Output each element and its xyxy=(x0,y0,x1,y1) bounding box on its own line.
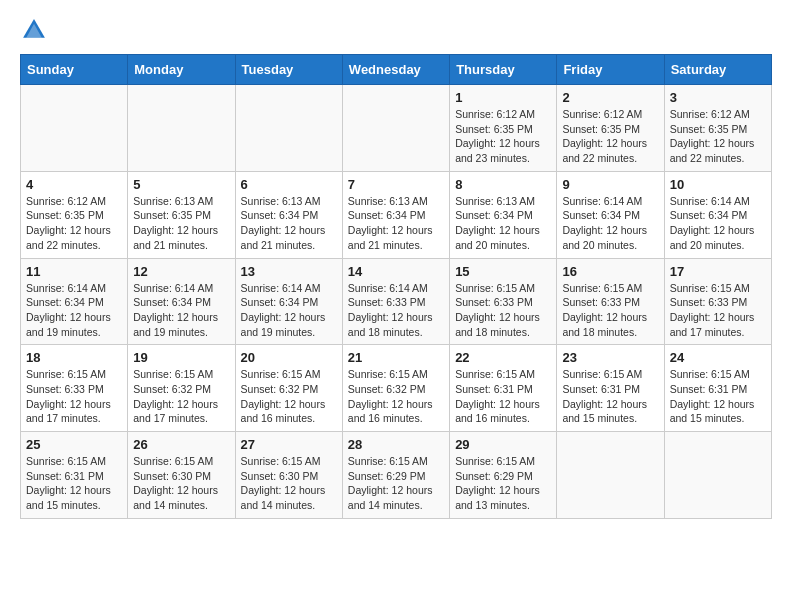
day-number: 25 xyxy=(26,437,122,452)
calendar-cell: 20Sunrise: 6:15 AM Sunset: 6:32 PM Dayli… xyxy=(235,345,342,432)
calendar-cell xyxy=(557,432,664,519)
calendar-cell xyxy=(21,85,128,172)
day-info: Sunrise: 6:15 AM Sunset: 6:31 PM Dayligh… xyxy=(670,367,766,426)
day-number: 11 xyxy=(26,264,122,279)
calendar-day-header: Thursday xyxy=(450,55,557,85)
calendar-cell: 16Sunrise: 6:15 AM Sunset: 6:33 PM Dayli… xyxy=(557,258,664,345)
calendar-cell: 3Sunrise: 6:12 AM Sunset: 6:35 PM Daylig… xyxy=(664,85,771,172)
calendar-week-row: 1Sunrise: 6:12 AM Sunset: 6:35 PM Daylig… xyxy=(21,85,772,172)
day-info: Sunrise: 6:15 AM Sunset: 6:33 PM Dayligh… xyxy=(455,281,551,340)
header xyxy=(20,16,772,44)
day-info: Sunrise: 6:15 AM Sunset: 6:31 PM Dayligh… xyxy=(455,367,551,426)
day-info: Sunrise: 6:15 AM Sunset: 6:32 PM Dayligh… xyxy=(133,367,229,426)
calendar-cell: 25Sunrise: 6:15 AM Sunset: 6:31 PM Dayli… xyxy=(21,432,128,519)
calendar-cell: 9Sunrise: 6:14 AM Sunset: 6:34 PM Daylig… xyxy=(557,171,664,258)
calendar-cell: 8Sunrise: 6:13 AM Sunset: 6:34 PM Daylig… xyxy=(450,171,557,258)
calendar-day-header: Monday xyxy=(128,55,235,85)
calendar-cell: 12Sunrise: 6:14 AM Sunset: 6:34 PM Dayli… xyxy=(128,258,235,345)
day-info: Sunrise: 6:12 AM Sunset: 6:35 PM Dayligh… xyxy=(26,194,122,253)
day-info: Sunrise: 6:15 AM Sunset: 6:29 PM Dayligh… xyxy=(348,454,444,513)
calendar-cell: 17Sunrise: 6:15 AM Sunset: 6:33 PM Dayli… xyxy=(664,258,771,345)
day-info: Sunrise: 6:15 AM Sunset: 6:31 PM Dayligh… xyxy=(26,454,122,513)
calendar-day-header: Tuesday xyxy=(235,55,342,85)
calendar-cell xyxy=(128,85,235,172)
calendar-cell: 11Sunrise: 6:14 AM Sunset: 6:34 PM Dayli… xyxy=(21,258,128,345)
day-info: Sunrise: 6:12 AM Sunset: 6:35 PM Dayligh… xyxy=(562,107,658,166)
calendar-cell: 28Sunrise: 6:15 AM Sunset: 6:29 PM Dayli… xyxy=(342,432,449,519)
day-number: 10 xyxy=(670,177,766,192)
day-info: Sunrise: 6:15 AM Sunset: 6:31 PM Dayligh… xyxy=(562,367,658,426)
day-number: 16 xyxy=(562,264,658,279)
day-number: 8 xyxy=(455,177,551,192)
day-number: 15 xyxy=(455,264,551,279)
day-info: Sunrise: 6:12 AM Sunset: 6:35 PM Dayligh… xyxy=(455,107,551,166)
day-info: Sunrise: 6:13 AM Sunset: 6:34 PM Dayligh… xyxy=(241,194,337,253)
calendar-cell: 29Sunrise: 6:15 AM Sunset: 6:29 PM Dayli… xyxy=(450,432,557,519)
day-number: 20 xyxy=(241,350,337,365)
day-info: Sunrise: 6:14 AM Sunset: 6:34 PM Dayligh… xyxy=(670,194,766,253)
calendar-cell xyxy=(235,85,342,172)
calendar-cell: 15Sunrise: 6:15 AM Sunset: 6:33 PM Dayli… xyxy=(450,258,557,345)
day-number: 6 xyxy=(241,177,337,192)
day-number: 7 xyxy=(348,177,444,192)
calendar-cell: 13Sunrise: 6:14 AM Sunset: 6:34 PM Dayli… xyxy=(235,258,342,345)
calendar-cell: 26Sunrise: 6:15 AM Sunset: 6:30 PM Dayli… xyxy=(128,432,235,519)
day-info: Sunrise: 6:14 AM Sunset: 6:34 PM Dayligh… xyxy=(562,194,658,253)
calendar-week-row: 25Sunrise: 6:15 AM Sunset: 6:31 PM Dayli… xyxy=(21,432,772,519)
calendar-cell: 21Sunrise: 6:15 AM Sunset: 6:32 PM Dayli… xyxy=(342,345,449,432)
day-info: Sunrise: 6:14 AM Sunset: 6:33 PM Dayligh… xyxy=(348,281,444,340)
day-number: 1 xyxy=(455,90,551,105)
calendar-week-row: 4Sunrise: 6:12 AM Sunset: 6:35 PM Daylig… xyxy=(21,171,772,258)
calendar-day-header: Friday xyxy=(557,55,664,85)
calendar-header-row: SundayMondayTuesdayWednesdayThursdayFrid… xyxy=(21,55,772,85)
calendar-day-header: Sunday xyxy=(21,55,128,85)
day-info: Sunrise: 6:15 AM Sunset: 6:30 PM Dayligh… xyxy=(241,454,337,513)
day-info: Sunrise: 6:14 AM Sunset: 6:34 PM Dayligh… xyxy=(133,281,229,340)
day-info: Sunrise: 6:15 AM Sunset: 6:30 PM Dayligh… xyxy=(133,454,229,513)
day-number: 9 xyxy=(562,177,658,192)
day-number: 27 xyxy=(241,437,337,452)
day-number: 13 xyxy=(241,264,337,279)
calendar-week-row: 18Sunrise: 6:15 AM Sunset: 6:33 PM Dayli… xyxy=(21,345,772,432)
day-number: 19 xyxy=(133,350,229,365)
calendar-cell: 19Sunrise: 6:15 AM Sunset: 6:32 PM Dayli… xyxy=(128,345,235,432)
calendar-cell: 1Sunrise: 6:12 AM Sunset: 6:35 PM Daylig… xyxy=(450,85,557,172)
calendar-cell: 14Sunrise: 6:14 AM Sunset: 6:33 PM Dayli… xyxy=(342,258,449,345)
day-info: Sunrise: 6:15 AM Sunset: 6:32 PM Dayligh… xyxy=(348,367,444,426)
calendar-cell: 22Sunrise: 6:15 AM Sunset: 6:31 PM Dayli… xyxy=(450,345,557,432)
calendar-cell: 23Sunrise: 6:15 AM Sunset: 6:31 PM Dayli… xyxy=(557,345,664,432)
day-number: 26 xyxy=(133,437,229,452)
day-number: 14 xyxy=(348,264,444,279)
day-number: 24 xyxy=(670,350,766,365)
calendar-cell: 27Sunrise: 6:15 AM Sunset: 6:30 PM Dayli… xyxy=(235,432,342,519)
day-number: 2 xyxy=(562,90,658,105)
day-info: Sunrise: 6:14 AM Sunset: 6:34 PM Dayligh… xyxy=(26,281,122,340)
day-number: 21 xyxy=(348,350,444,365)
calendar-cell: 5Sunrise: 6:13 AM Sunset: 6:35 PM Daylig… xyxy=(128,171,235,258)
day-number: 12 xyxy=(133,264,229,279)
day-info: Sunrise: 6:15 AM Sunset: 6:33 PM Dayligh… xyxy=(26,367,122,426)
calendar: SundayMondayTuesdayWednesdayThursdayFrid… xyxy=(20,54,772,519)
calendar-cell: 6Sunrise: 6:13 AM Sunset: 6:34 PM Daylig… xyxy=(235,171,342,258)
calendar-cell xyxy=(664,432,771,519)
day-number: 23 xyxy=(562,350,658,365)
day-info: Sunrise: 6:15 AM Sunset: 6:29 PM Dayligh… xyxy=(455,454,551,513)
page: SundayMondayTuesdayWednesdayThursdayFrid… xyxy=(0,0,792,539)
calendar-day-header: Wednesday xyxy=(342,55,449,85)
day-number: 28 xyxy=(348,437,444,452)
day-number: 29 xyxy=(455,437,551,452)
calendar-day-header: Saturday xyxy=(664,55,771,85)
calendar-cell: 7Sunrise: 6:13 AM Sunset: 6:34 PM Daylig… xyxy=(342,171,449,258)
calendar-cell: 4Sunrise: 6:12 AM Sunset: 6:35 PM Daylig… xyxy=(21,171,128,258)
day-number: 5 xyxy=(133,177,229,192)
day-info: Sunrise: 6:15 AM Sunset: 6:33 PM Dayligh… xyxy=(670,281,766,340)
calendar-cell: 10Sunrise: 6:14 AM Sunset: 6:34 PM Dayli… xyxy=(664,171,771,258)
day-info: Sunrise: 6:12 AM Sunset: 6:35 PM Dayligh… xyxy=(670,107,766,166)
logo xyxy=(20,16,52,44)
day-info: Sunrise: 6:13 AM Sunset: 6:35 PM Dayligh… xyxy=(133,194,229,253)
logo-icon xyxy=(20,16,48,44)
day-number: 18 xyxy=(26,350,122,365)
day-number: 3 xyxy=(670,90,766,105)
calendar-cell xyxy=(342,85,449,172)
day-info: Sunrise: 6:15 AM Sunset: 6:33 PM Dayligh… xyxy=(562,281,658,340)
